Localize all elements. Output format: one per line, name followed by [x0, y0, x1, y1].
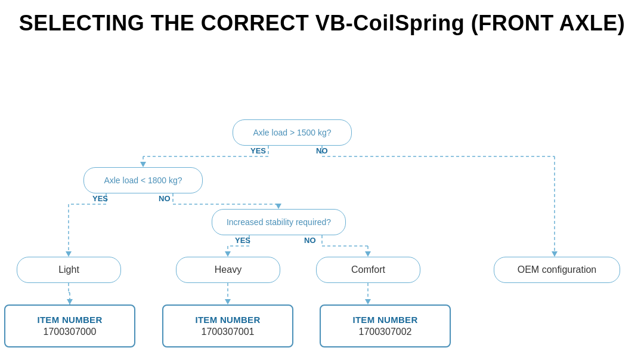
diagram-area: Axle load > 1500 kg? Axle load < 1800 kg… [0, 42, 644, 346]
result-comfort: Comfort [316, 257, 420, 283]
yn-d1-no: NO [316, 146, 328, 155]
item-box-1700307001: ITEM NUMBER 1700307001 [162, 304, 293, 347]
decision-axle-load-1800: Axle load < 1800 kg? [83, 167, 203, 193]
item-label-2: ITEM NUMBER [352, 315, 417, 325]
item-label-1: ITEM NUMBER [195, 315, 260, 325]
svg-marker-25 [67, 299, 73, 304]
yn-d2-yes: YES [92, 194, 108, 203]
result-oem: OEM configuration [494, 257, 620, 283]
yn-d2-no: NO [159, 194, 171, 203]
svg-marker-30 [140, 162, 146, 167]
svg-marker-31 [275, 204, 281, 209]
yn-d3-no: NO [304, 236, 316, 245]
item-number-2: 1700307002 [359, 327, 412, 337]
svg-marker-27 [225, 299, 231, 304]
result-light: Light [17, 257, 121, 283]
item-label-0: ITEM NUMBER [37, 315, 102, 325]
yn-d1-yes: YES [250, 146, 266, 155]
item-box-1700307002: ITEM NUMBER 1700307002 [320, 304, 451, 347]
svg-marker-21 [365, 251, 371, 257]
svg-marker-17 [225, 251, 231, 257]
yn-d3-yes: YES [235, 236, 250, 245]
item-box-1700307000: ITEM NUMBER 1700307000 [4, 304, 135, 347]
item-number-0: 1700307000 [44, 327, 97, 337]
item-number-1: 1700307001 [202, 327, 255, 337]
decision-stability: Increased stability required? [212, 209, 346, 235]
decision-axle-load-1500: Axle load > 1500 kg? [233, 119, 352, 146]
page-title: SELECTING THE CORRECT VB-CoilSpring (FRO… [0, 0, 644, 42]
svg-marker-6 [552, 251, 558, 257]
result-heavy: Heavy [176, 257, 280, 283]
svg-marker-29 [365, 299, 371, 304]
svg-marker-10 [66, 251, 72, 257]
